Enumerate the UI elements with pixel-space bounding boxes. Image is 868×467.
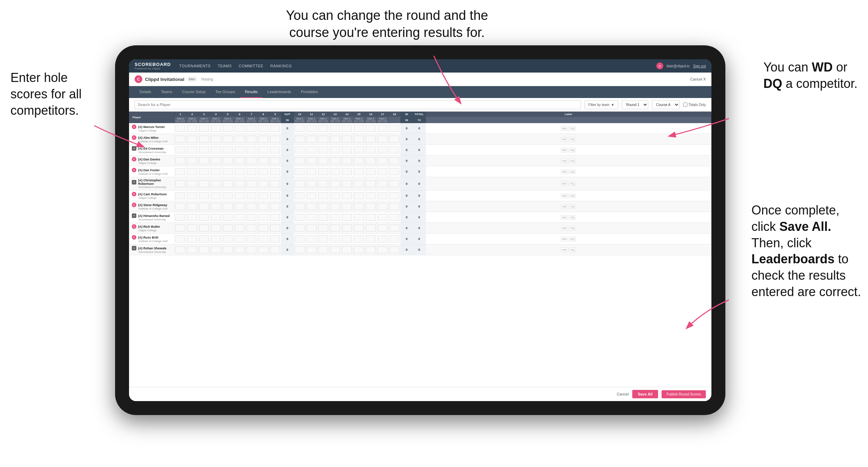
hole-input-4[interactable]: [211, 157, 221, 164]
hole-input-4[interactable]: [211, 246, 221, 253]
nav-tournaments[interactable]: TOURNAMENTS: [179, 64, 211, 68]
score-hole-1[interactable]: [174, 156, 186, 166]
score-hole-8[interactable]: [257, 123, 269, 134]
score-hole-12[interactable]: [317, 123, 329, 134]
hole-input-10[interactable]: [295, 157, 304, 164]
hole-input-12[interactable]: [318, 136, 328, 143]
score-hole-8[interactable]: [257, 145, 269, 156]
hole-input-4[interactable]: [211, 235, 221, 242]
score-hole-13[interactable]: [329, 177, 341, 190]
hole-input-3[interactable]: [199, 192, 209, 199]
hole-input-18[interactable]: [390, 203, 399, 210]
hole-input-1[interactable]: [175, 235, 185, 242]
score-hole-6[interactable]: [234, 234, 246, 244]
hole-input-5[interactable]: [223, 214, 233, 221]
hole-input-16[interactable]: [366, 214, 376, 221]
hole-input-1[interactable]: [175, 225, 185, 232]
hole-input-4[interactable]: [211, 192, 221, 199]
score-hole-5[interactable]: [222, 190, 234, 201]
score-hole-15[interactable]: [353, 177, 365, 190]
hole-input-9[interactable]: [270, 235, 280, 242]
hole-input-8[interactable]: [258, 203, 268, 210]
score-hole-12[interactable]: [317, 190, 329, 201]
hole-input-11[interactable]: [307, 225, 316, 232]
score-hole-16[interactable]: [365, 177, 377, 190]
score-hole-4[interactable]: [210, 212, 222, 223]
score-hole-10[interactable]: [294, 145, 305, 156]
score-hole-12[interactable]: [317, 145, 329, 156]
score-hole-9[interactable]: [269, 244, 281, 255]
wd-button[interactable]: WD: [561, 148, 568, 152]
hole-input-18[interactable]: [390, 125, 399, 132]
hole-input-8[interactable]: [258, 146, 268, 153]
score-hole-7[interactable]: [246, 212, 257, 223]
score-hole-12[interactable]: [317, 223, 329, 234]
tab-course-setup[interactable]: Course Setup: [177, 86, 210, 98]
score-hole-1[interactable]: [174, 190, 186, 201]
score-hole-5[interactable]: [222, 166, 234, 177]
hole-input-13[interactable]: [330, 214, 340, 221]
hole-input-5[interactable]: [223, 180, 233, 187]
score-hole-6[interactable]: [234, 123, 246, 134]
hole-input-6[interactable]: [235, 192, 244, 199]
score-hole-11[interactable]: [305, 123, 317, 134]
hole-input-16[interactable]: [366, 146, 376, 153]
hole-input-1[interactable]: [175, 180, 185, 187]
hole-input-2[interactable]: [187, 157, 197, 164]
hole-input-17[interactable]: [378, 225, 387, 232]
wd-button[interactable]: WD: [561, 215, 568, 220]
hole-input-6[interactable]: [235, 225, 244, 232]
score-hole-4[interactable]: [210, 234, 222, 244]
score-hole-18[interactable]: [388, 123, 400, 134]
score-hole-11[interactable]: [305, 177, 317, 190]
score-hole-5[interactable]: [222, 234, 234, 244]
score-hole-13[interactable]: [329, 234, 341, 244]
hole-input-15[interactable]: [354, 225, 364, 232]
hole-input-1[interactable]: [175, 157, 185, 164]
score-hole-18[interactable]: [388, 190, 400, 201]
hole-input-14[interactable]: [342, 136, 352, 143]
hole-input-5[interactable]: [223, 136, 233, 143]
score-hole-3[interactable]: [198, 123, 210, 134]
hole-input-3[interactable]: [199, 136, 209, 143]
hole-input-5[interactable]: [223, 146, 233, 153]
score-hole-16[interactable]: [365, 212, 377, 223]
wd-button[interactable]: WD: [561, 248, 568, 252]
score-hole-16[interactable]: [365, 134, 377, 145]
score-hole-2[interactable]: [186, 145, 198, 156]
score-hole-7[interactable]: [246, 123, 257, 134]
hole-input-15[interactable]: [354, 235, 364, 242]
score-hole-12[interactable]: [317, 201, 329, 212]
hole-input-13[interactable]: [330, 246, 340, 253]
wd-button[interactable]: WD: [561, 137, 568, 142]
score-hole-4[interactable]: [210, 166, 222, 177]
score-hole-14[interactable]: [341, 156, 353, 166]
hole-input-10[interactable]: [295, 214, 304, 221]
hole-input-18[interactable]: [390, 180, 399, 187]
hole-input-3[interactable]: [199, 214, 209, 221]
score-hole-12[interactable]: [317, 212, 329, 223]
dq-button[interactable]: DQ: [569, 226, 576, 231]
score-hole-11[interactable]: [305, 244, 317, 255]
hole-input-18[interactable]: [390, 246, 399, 253]
score-hole-7[interactable]: [246, 190, 257, 201]
score-hole-14[interactable]: [341, 212, 353, 223]
score-hole-16[interactable]: [365, 244, 377, 255]
score-hole-6[interactable]: [234, 212, 246, 223]
hole-input-17[interactable]: [378, 125, 387, 132]
score-hole-10[interactable]: [294, 201, 305, 212]
score-hole-6[interactable]: [234, 166, 246, 177]
search-player-input[interactable]: [135, 100, 581, 109]
score-hole-18[interactable]: [388, 212, 400, 223]
hole-input-14[interactable]: [342, 225, 352, 232]
hole-input-14[interactable]: [342, 192, 352, 199]
score-hole-5[interactable]: [222, 123, 234, 134]
score-hole-17[interactable]: [377, 156, 388, 166]
score-hole-6[interactable]: [234, 156, 246, 166]
hole-input-1[interactable]: [175, 125, 185, 132]
hole-input-14[interactable]: [342, 246, 352, 253]
dq-button[interactable]: DQ: [569, 126, 576, 131]
wd-button[interactable]: WD: [561, 204, 568, 209]
hole-input-11[interactable]: [307, 235, 316, 242]
hole-input-17[interactable]: [378, 235, 387, 242]
